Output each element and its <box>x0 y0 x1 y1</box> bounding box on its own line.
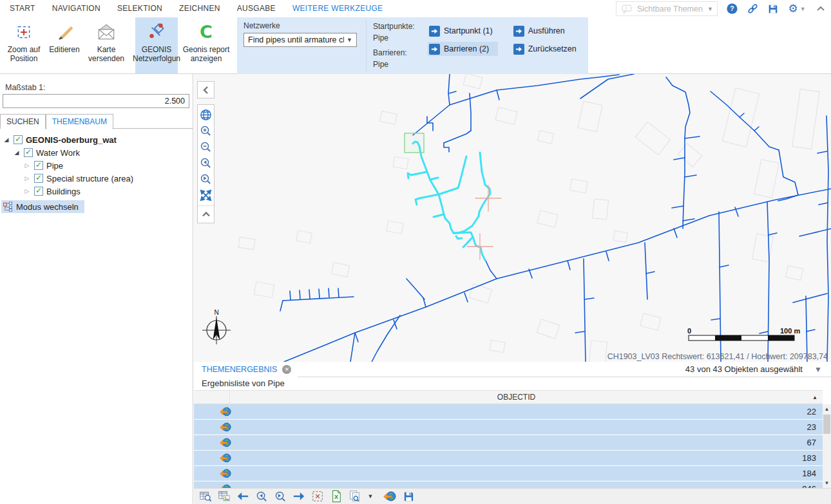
excel-export-icon[interactable]: X <box>329 489 343 503</box>
table-row[interactable]: 23 <box>194 420 823 434</box>
zuruecksetzen-button[interactable]: Zurücksetzen <box>512 42 582 56</box>
pipe-line <box>646 272 654 274</box>
pipe-line <box>778 150 798 201</box>
zoom-to-feature-icon[interactable] <box>220 437 231 448</box>
table-row[interactable]: 183 <box>194 451 823 465</box>
zoom-to-feature-icon[interactable] <box>220 422 231 433</box>
table-row[interactable]: 184 <box>194 466 823 481</box>
arrow-left-icon[interactable] <box>236 489 250 503</box>
checkbox-checked[interactable] <box>34 161 43 170</box>
tab-selektion[interactable]: SELEKTION <box>109 0 171 17</box>
gear-icon[interactable]: ⚙▼ <box>787 3 807 15</box>
zoom-to-feature-icon[interactable] <box>220 406 231 417</box>
link-icon[interactable] <box>746 3 759 15</box>
expander-icon[interactable]: ◢ <box>13 149 21 156</box>
geonis-report-button[interactable]: C Geonis report anzeigen <box>178 17 234 73</box>
next-extent-icon[interactable] <box>198 171 214 187</box>
tree-item-pipe[interactable]: ▷ Pipe <box>0 159 193 172</box>
scale-input[interactable] <box>3 94 189 108</box>
building-outline <box>469 284 492 303</box>
scale-bar: 0 100 m <box>687 327 800 341</box>
table-row[interactable]: 67 <box>194 435 823 450</box>
tab-themenbaum[interactable]: THEMENBAUM <box>46 114 113 129</box>
network-trace-icon <box>147 21 166 43</box>
zoom-to-feature-icon[interactable] <box>220 453 231 463</box>
zoom-to-feature-icon[interactable] <box>383 489 397 503</box>
collapse-sidebar-button[interactable] <box>197 81 215 98</box>
table-header[interactable]: OBJECTID ▲ <box>194 390 823 404</box>
checkbox-checked[interactable] <box>34 187 43 196</box>
sort-ascending-icon[interactable]: ▲ <box>812 395 817 400</box>
tree-item-special-structure[interactable]: ▷ Special structure (area) <box>0 172 193 185</box>
globe-icon[interactable] <box>198 107 214 123</box>
zoom-to-feature-icon[interactable] <box>220 483 231 488</box>
close-icon[interactable]: ✕ <box>282 365 291 374</box>
column-header-objectid[interactable]: OBJECTID <box>229 391 803 404</box>
button-label: Zoom auf <box>8 45 41 54</box>
zoom-out-icon[interactable] <box>198 139 214 155</box>
modus-wechseln-button[interactable]: Modus wechseln <box>1 200 84 213</box>
save-results-icon[interactable] <box>401 489 416 503</box>
tree-item-root[interactable]: ◢ GEONIS-oberburg_wat <box>0 133 193 146</box>
scroll-down-icon[interactable]: ▼ <box>823 478 831 488</box>
pipe-line <box>672 206 683 208</box>
pipe-line <box>444 143 449 152</box>
scroll-up-icon[interactable]: ▲ <box>823 404 831 414</box>
arrow-right-icon[interactable] <box>292 489 306 503</box>
tab-suchen[interactable]: SUCHEN <box>0 114 46 129</box>
expander-icon[interactable]: ▷ <box>23 162 31 169</box>
map-canvas[interactable]: N 0 100 m <box>194 74 831 362</box>
visible-themes-dropdown[interactable]: i Sichtbare Themen ▼ <box>616 1 718 16</box>
geonis-netzverfolgung-button[interactable]: GEONIS Netzverfolgun <box>135 17 178 73</box>
sidebar-tabs: SUCHENTHEMENBAUM <box>0 114 193 129</box>
zoom-next-icon[interactable] <box>273 489 287 503</box>
network-profile-dropdown[interactable]: Find pipes until armature cl... ▼ <box>244 33 357 47</box>
checkbox-checked[interactable] <box>24 148 33 157</box>
expander-icon[interactable]: ▷ <box>23 175 31 182</box>
zoom-to-feature-icon[interactable] <box>220 468 231 479</box>
selection-rectangle <box>405 133 424 153</box>
collapse-toolbar-icon[interactable] <box>198 208 214 221</box>
previous-extent-icon[interactable] <box>198 155 214 171</box>
barrieren-button[interactable]: Barrieren (2) <box>428 42 498 56</box>
checkbox-checked[interactable] <box>34 174 43 183</box>
tab-ausgabe[interactable]: AUSGABE <box>229 0 284 17</box>
checkbox-checked[interactable] <box>14 135 23 144</box>
tree-item-water-work[interactable]: ◢ Water Work <box>0 146 193 159</box>
clear-selection-icon[interactable]: ✕ <box>310 489 325 503</box>
building-outline <box>752 234 774 262</box>
edit-button[interactable]: Editieren <box>45 17 84 73</box>
startpunkt-button[interactable]: Startpunkt (1) <box>428 24 498 38</box>
expander-icon[interactable]: ▷ <box>23 188 31 194</box>
table-search-icon[interactable] <box>198 489 213 503</box>
pipe-line <box>711 319 720 320</box>
zoom-in-icon[interactable] <box>198 123 214 139</box>
full-extent-icon[interactable] <box>198 187 214 203</box>
table-row[interactable]: 946 <box>194 481 823 488</box>
zoom-previous-icon[interactable] <box>254 489 269 503</box>
svg-text:100 m: 100 m <box>780 327 800 335</box>
copy-view-icon[interactable] <box>348 489 362 503</box>
tab-zeichnen[interactable]: ZEICHNEN <box>171 0 229 17</box>
dropdown-caret-icon[interactable]: ▼ <box>367 489 374 503</box>
tree-item-buildings[interactable]: ▷ Buildings <box>0 185 193 198</box>
zoom-to-position-button[interactable]: Zoom auf Position <box>3 17 45 73</box>
tab-start[interactable]: START <box>1 0 44 17</box>
map-network-svg[interactable]: N 0 100 m <box>194 74 831 362</box>
scrollbar-thumb[interactable] <box>823 415 830 434</box>
table-map-icon[interactable] <box>217 489 231 503</box>
pipe-line <box>711 91 779 150</box>
table-row[interactable]: 22 <box>194 404 823 419</box>
tab-themenergebnis[interactable]: THEMENERGEBNIS ✕ <box>194 362 298 377</box>
save-icon[interactable] <box>767 3 779 15</box>
pipe-line <box>754 127 759 131</box>
chevron-down-icon[interactable]: ▼ <box>814 365 822 374</box>
table-scrollbar[interactable]: ▲ ▼ <box>823 404 831 488</box>
help-icon[interactable]: ? <box>725 3 738 15</box>
expander-icon[interactable]: ◢ <box>3 136 10 143</box>
send-map-button[interactable]: Karte versenden <box>84 17 129 73</box>
tab-weitere-werkzeuge[interactable]: WEITERE WERKZEUGE <box>284 0 391 17</box>
tab-navigation[interactable]: NAVIGATION <box>44 0 109 17</box>
collapse-ribbon-icon[interactable] <box>814 3 827 15</box>
ausfuehren-button[interactable]: Ausführen <box>512 24 582 38</box>
